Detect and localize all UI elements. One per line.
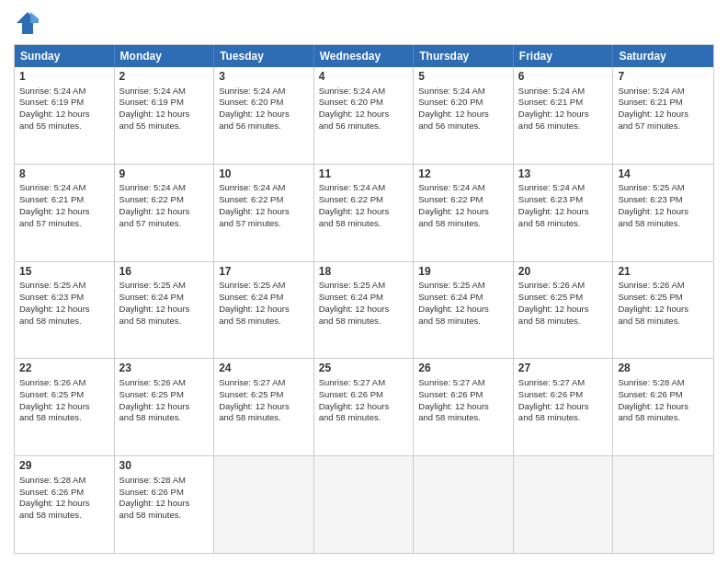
calendar-cell-w4-d0: 29Sunrise: 5:28 AM Sunset: 6:26 PM Dayli… <box>15 456 115 553</box>
calendar-cell-w1-d4: 12Sunrise: 5:24 AM Sunset: 6:22 PM Dayli… <box>414 165 514 261</box>
day-info: Sunrise: 5:24 AM Sunset: 6:20 PM Dayligh… <box>319 86 409 132</box>
day-info: Sunrise: 5:26 AM Sunset: 6:25 PM Dayligh… <box>119 377 210 424</box>
day-info: Sunrise: 5:25 AM Sunset: 6:23 PM Dayligh… <box>19 280 109 327</box>
day-info: Sunrise: 5:24 AM Sunset: 6:21 PM Dayligh… <box>518 86 609 132</box>
calendar-cell-w3-d0: 22Sunrise: 5:26 AM Sunset: 6:25 PM Dayli… <box>15 359 115 455</box>
calendar-cell-w4-d4 <box>414 456 514 553</box>
day-number: 2 <box>119 70 210 85</box>
calendar-week-2: 15Sunrise: 5:25 AM Sunset: 6:23 PM Dayli… <box>15 262 713 360</box>
calendar-cell-w4-d1: 30Sunrise: 5:28 AM Sunset: 6:26 PM Dayli… <box>115 456 215 553</box>
logo-icon <box>14 9 41 37</box>
calendar-cell-w0-d6: 7Sunrise: 5:24 AM Sunset: 6:21 PM Daylig… <box>613 67 713 164</box>
day-number: 25 <box>319 362 409 376</box>
day-number: 27 <box>518 362 609 376</box>
calendar-cell-w2-d1: 16Sunrise: 5:25 AM Sunset: 6:24 PM Dayli… <box>115 262 215 359</box>
calendar-header: Sunday Monday Tuesday Wednesday Thursday… <box>15 45 713 67</box>
day-info: Sunrise: 5:26 AM Sunset: 6:25 PM Dayligh… <box>19 377 109 424</box>
calendar-week-4: 29Sunrise: 5:28 AM Sunset: 6:26 PM Dayli… <box>15 456 713 553</box>
day-number: 9 <box>119 167 210 182</box>
day-number: 14 <box>618 167 709 182</box>
calendar-cell-w0-d3: 4Sunrise: 5:24 AM Sunset: 6:20 PM Daylig… <box>314 67 415 164</box>
day-info: Sunrise: 5:25 AM Sunset: 6:24 PM Dayligh… <box>319 280 409 327</box>
day-number: 23 <box>119 362 210 376</box>
page-header <box>14 9 714 37</box>
header-wednesday: Wednesday <box>314 45 415 67</box>
calendar-cell-w1-d0: 8Sunrise: 5:24 AM Sunset: 6:21 PM Daylig… <box>15 165 115 261</box>
calendar-week-0: 1Sunrise: 5:24 AM Sunset: 6:19 PM Daylig… <box>15 67 713 165</box>
calendar-week-3: 22Sunrise: 5:26 AM Sunset: 6:25 PM Dayli… <box>15 359 713 456</box>
day-info: Sunrise: 5:24 AM Sunset: 6:21 PM Dayligh… <box>618 86 709 132</box>
calendar-cell-w4-d6 <box>613 456 713 553</box>
day-info: Sunrise: 5:24 AM Sunset: 6:21 PM Dayligh… <box>19 182 109 229</box>
calendar-cell-w0-d1: 2Sunrise: 5:24 AM Sunset: 6:19 PM Daylig… <box>115 67 215 164</box>
day-info: Sunrise: 5:25 AM Sunset: 6:24 PM Dayligh… <box>219 280 309 327</box>
calendar-cell-w1-d2: 10Sunrise: 5:24 AM Sunset: 6:22 PM Dayli… <box>214 165 314 261</box>
day-info: Sunrise: 5:28 AM Sunset: 6:26 PM Dayligh… <box>19 475 109 522</box>
day-info: Sunrise: 5:27 AM Sunset: 6:25 PM Dayligh… <box>219 377 309 424</box>
calendar-cell-w3-d4: 26Sunrise: 5:27 AM Sunset: 6:26 PM Dayli… <box>414 359 514 455</box>
logo <box>14 9 45 37</box>
day-info: Sunrise: 5:27 AM Sunset: 6:26 PM Dayligh… <box>418 377 508 424</box>
day-number: 22 <box>19 362 109 376</box>
day-info: Sunrise: 5:27 AM Sunset: 6:26 PM Dayligh… <box>518 377 609 424</box>
day-number: 8 <box>19 167 109 182</box>
day-number: 5 <box>418 70 508 85</box>
day-number: 19 <box>418 265 508 280</box>
calendar-cell-w0-d0: 1Sunrise: 5:24 AM Sunset: 6:19 PM Daylig… <box>15 67 115 164</box>
day-info: Sunrise: 5:28 AM Sunset: 6:26 PM Dayligh… <box>618 377 709 424</box>
day-info: Sunrise: 5:27 AM Sunset: 6:26 PM Dayligh… <box>319 377 409 424</box>
day-number: 30 <box>119 459 210 474</box>
header-saturday: Saturday <box>613 45 713 67</box>
day-number: 24 <box>219 362 309 376</box>
day-number: 21 <box>618 265 709 280</box>
calendar: Sunday Monday Tuesday Wednesday Thursday… <box>14 44 714 554</box>
header-sunday: Sunday <box>15 45 115 67</box>
day-info: Sunrise: 5:24 AM Sunset: 6:22 PM Dayligh… <box>119 182 210 229</box>
calendar-cell-w3-d3: 25Sunrise: 5:27 AM Sunset: 6:26 PM Dayli… <box>314 359 415 455</box>
calendar-cell-w2-d4: 19Sunrise: 5:25 AM Sunset: 6:24 PM Dayli… <box>414 262 514 359</box>
day-info: Sunrise: 5:24 AM Sunset: 6:23 PM Dayligh… <box>518 182 609 229</box>
day-number: 26 <box>418 362 508 376</box>
calendar-cell-w3-d6: 28Sunrise: 5:28 AM Sunset: 6:26 PM Dayli… <box>613 359 713 455</box>
day-number: 18 <box>319 265 409 280</box>
day-number: 3 <box>219 70 309 85</box>
calendar-cell-w1-d5: 13Sunrise: 5:24 AM Sunset: 6:23 PM Dayli… <box>514 165 614 261</box>
day-info: Sunrise: 5:24 AM Sunset: 6:19 PM Dayligh… <box>19 86 109 132</box>
calendar-cell-w2-d5: 20Sunrise: 5:26 AM Sunset: 6:25 PM Dayli… <box>514 262 614 359</box>
calendar-cell-w1-d1: 9Sunrise: 5:24 AM Sunset: 6:22 PM Daylig… <box>115 165 215 261</box>
calendar-cell-w3-d2: 24Sunrise: 5:27 AM Sunset: 6:25 PM Dayli… <box>214 359 314 455</box>
calendar-cell-w4-d5 <box>514 456 614 553</box>
day-number: 20 <box>518 265 609 280</box>
calendar-cell-w2-d3: 18Sunrise: 5:25 AM Sunset: 6:24 PM Dayli… <box>314 262 415 359</box>
calendar-cell-w1-d3: 11Sunrise: 5:24 AM Sunset: 6:22 PM Dayli… <box>314 165 415 261</box>
day-number: 1 <box>19 70 109 85</box>
day-number: 15 <box>19 265 109 280</box>
calendar-cell-w0-d2: 3Sunrise: 5:24 AM Sunset: 6:20 PM Daylig… <box>214 67 314 164</box>
calendar-cell-w4-d2 <box>214 456 314 553</box>
header-monday: Monday <box>115 45 215 67</box>
day-info: Sunrise: 5:24 AM Sunset: 6:20 PM Dayligh… <box>418 86 508 132</box>
header-tuesday: Tuesday <box>214 45 314 67</box>
day-number: 12 <box>418 167 508 182</box>
calendar-cell-w2-d0: 15Sunrise: 5:25 AM Sunset: 6:23 PM Dayli… <box>15 262 115 359</box>
day-number: 11 <box>319 167 409 182</box>
day-info: Sunrise: 5:24 AM Sunset: 6:22 PM Dayligh… <box>418 182 508 229</box>
day-info: Sunrise: 5:24 AM Sunset: 6:22 PM Dayligh… <box>319 182 409 229</box>
day-number: 4 <box>319 70 409 85</box>
calendar-week-1: 8Sunrise: 5:24 AM Sunset: 6:21 PM Daylig… <box>15 165 713 262</box>
calendar-cell-w1-d6: 14Sunrise: 5:25 AM Sunset: 6:23 PM Dayli… <box>613 165 713 261</box>
header-friday: Friday <box>514 45 614 67</box>
day-info: Sunrise: 5:26 AM Sunset: 6:25 PM Dayligh… <box>518 280 609 327</box>
calendar-cell-w3-d1: 23Sunrise: 5:26 AM Sunset: 6:25 PM Dayli… <box>115 359 215 455</box>
day-info: Sunrise: 5:24 AM Sunset: 6:19 PM Dayligh… <box>119 86 210 132</box>
day-info: Sunrise: 5:25 AM Sunset: 6:24 PM Dayligh… <box>418 280 508 327</box>
calendar-cell-w4-d3 <box>314 456 415 553</box>
day-number: 29 <box>19 459 109 474</box>
day-number: 7 <box>618 70 709 85</box>
day-info: Sunrise: 5:24 AM Sunset: 6:22 PM Dayligh… <box>219 182 309 229</box>
svg-marker-1 <box>30 12 39 23</box>
day-info: Sunrise: 5:25 AM Sunset: 6:24 PM Dayligh… <box>119 280 210 327</box>
calendar-body: 1Sunrise: 5:24 AM Sunset: 6:19 PM Daylig… <box>15 67 713 553</box>
day-info: Sunrise: 5:24 AM Sunset: 6:20 PM Dayligh… <box>219 86 309 132</box>
calendar-cell-w2-d2: 17Sunrise: 5:25 AM Sunset: 6:24 PM Dayli… <box>214 262 314 359</box>
